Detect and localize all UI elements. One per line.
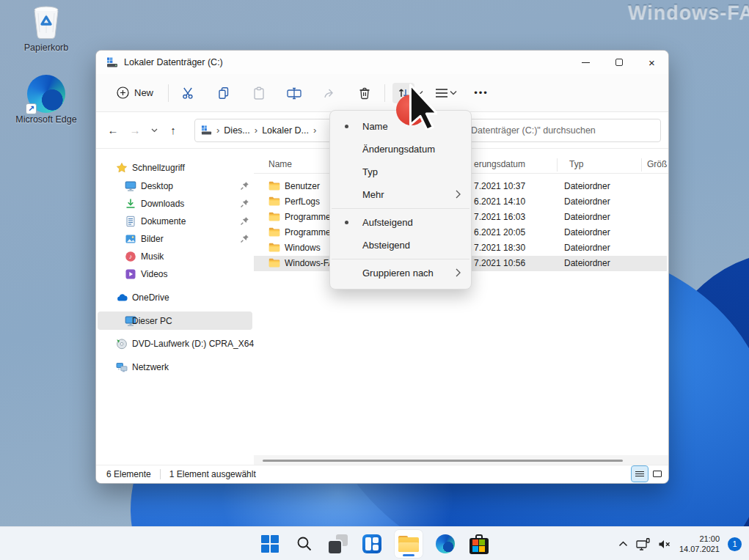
breadcrumb-item-dieser-pc[interactable]: Dies... <box>224 125 249 136</box>
sidebar-item-schnellzugriff[interactable]: Schnellzugriff <box>96 158 254 177</box>
menu-item-mehr[interactable]: Mehr <box>330 183 471 206</box>
volume-muted-icon[interactable] <box>658 539 671 550</box>
sidebar-item-desktop[interactable]: Desktop <box>96 177 254 195</box>
more-options-button[interactable]: ••• <box>469 81 494 106</box>
toolbar-separator <box>384 84 385 102</box>
folder-icon <box>268 212 280 221</box>
sidebar-item-dokumente[interactable]: Dokumente <box>96 212 254 230</box>
video-icon <box>125 268 136 280</box>
share-button[interactable] <box>317 81 342 106</box>
menu-item-aenderungsdatum[interactable]: Änderungsdatum <box>330 138 471 161</box>
toolbar-separator <box>168 84 169 102</box>
windows-logo-icon <box>261 535 279 553</box>
window-title: Lokaler Datenträger (C:) <box>124 57 223 67</box>
navigation-pane: Schnellzugriff Desktop Downloads Dokumen… <box>96 149 254 465</box>
chevron-down-icon <box>450 90 457 95</box>
paste-button[interactable] <box>246 81 271 106</box>
desktop-icon-recycle-bin[interactable]: Papierkorb <box>0 4 92 53</box>
column-separator[interactable] <box>557 158 558 172</box>
scrollbar-thumb[interactable] <box>263 460 623 462</box>
pin-icon <box>240 216 249 226</box>
notification-badge[interactable]: 1 <box>728 537 742 551</box>
recent-locations-button[interactable] <box>147 121 161 140</box>
status-divider <box>160 469 161 479</box>
copy-icon <box>216 86 231 100</box>
sidebar-item-bilder[interactable]: Bilder <box>96 229 254 248</box>
column-header-groesse[interactable]: Größ <box>647 159 667 169</box>
delete-button[interactable] <box>352 81 377 106</box>
menu-item-gruppieren-nach[interactable]: Gruppieren nach <box>330 262 471 284</box>
details-view-button[interactable] <box>632 466 648 482</box>
desktop-icon-label: Microsoft Edge <box>0 114 92 125</box>
sidebar-item-dieser-pc[interactable]: Dieser PC <box>98 312 252 330</box>
item-count: 6 Elemente <box>106 469 151 479</box>
copy-button[interactable] <box>211 81 236 106</box>
maximize-button[interactable] <box>602 51 635 74</box>
folder-icon <box>268 258 280 268</box>
plus-circle-icon <box>117 86 129 99</box>
file-explorer-button[interactable] <box>395 530 423 558</box>
menu-separator <box>332 208 470 209</box>
folder-icon <box>268 243 280 252</box>
onedrive-cloud-icon <box>116 292 128 303</box>
download-arrow-icon <box>125 198 136 210</box>
chevron-right-icon <box>456 190 461 199</box>
task-view-icon <box>329 534 348 553</box>
pin-icon <box>240 234 249 243</box>
folder-icon <box>398 536 419 552</box>
column-separator[interactable] <box>641 158 642 172</box>
new-button[interactable]: New <box>109 81 161 106</box>
task-view-button[interactable] <box>327 530 349 558</box>
forward-button[interactable]: → <box>125 121 145 140</box>
start-button[interactable] <box>260 530 282 558</box>
column-header-name[interactable]: Name <box>268 159 292 169</box>
desktop-icon-edge[interactable]: ↗ Microsoft Edge <box>0 75 92 125</box>
edge-button[interactable] <box>434 530 456 558</box>
titlebar: Lokaler Datenträger (C:) × <box>96 51 668 74</box>
rename-button[interactable] <box>282 81 307 106</box>
new-button-label: New <box>134 87 153 98</box>
column-header-typ[interactable]: Typ <box>569 159 583 169</box>
sort-dropdown-menu: Name Änderungsdatum Typ Mehr Aufsteigend… <box>329 110 472 290</box>
close-button[interactable]: × <box>635 51 668 74</box>
icons-view-button[interactable] <box>649 466 665 482</box>
view-button[interactable] <box>434 81 458 106</box>
document-icon <box>125 215 136 227</box>
edge-logo-icon <box>436 534 455 553</box>
trash-icon <box>357 86 372 100</box>
breadcrumb-separator: › <box>313 125 316 136</box>
clock[interactable]: 21:00 14.07.2021 <box>679 534 720 554</box>
breadcrumb-item-lokaler-datentraeger[interactable]: Lokaler D... <box>262 125 309 136</box>
back-button[interactable]: ← <box>103 121 123 140</box>
watermark: Windows-FAQ <box>628 1 749 24</box>
sidebar-item-downloads[interactable]: Downloads <box>96 194 254 213</box>
menu-item-typ[interactable]: Typ <box>330 161 471 183</box>
menu-item-aufsteigend[interactable]: Aufsteigend <box>330 211 471 234</box>
recycle-bin-icon <box>29 4 63 41</box>
mouse-cursor-icon <box>408 84 437 130</box>
network-icon[interactable] <box>636 538 650 550</box>
search-button[interactable] <box>293 530 315 558</box>
widgets-button[interactable] <box>361 530 383 558</box>
cut-button[interactable] <box>176 81 201 106</box>
chevron-right-icon <box>456 268 461 277</box>
desktop-icon-label: Papierkorb <box>0 43 92 53</box>
scissors-icon <box>181 86 196 100</box>
sidebar-item-videos[interactable]: Videos <box>96 265 254 283</box>
clock-date: 14.07.2021 <box>679 545 720 553</box>
up-button[interactable]: ↑ <box>164 121 183 140</box>
tray-chevron-up-icon[interactable] <box>618 541 628 547</box>
selection-count: 1 Element ausgewählt <box>169 469 256 479</box>
sidebar-item-dvd-laufwerk[interactable]: DVD-Laufwerk (D:) CPRA_X64FR <box>96 334 254 353</box>
sidebar-item-musik[interactable]: ♪ Musik <box>96 247 254 265</box>
horizontal-scrollbar[interactable] <box>254 455 668 465</box>
sidebar-item-netzwerk[interactable]: Netzwerk <box>96 358 254 376</box>
breadcrumb-separator: › <box>255 125 257 136</box>
store-bag-icon <box>470 534 489 554</box>
command-bar: New <box>96 74 668 112</box>
sidebar-item-onedrive[interactable]: OneDrive <box>96 288 254 306</box>
menu-item-absteigend[interactable]: Absteigend <box>330 234 471 257</box>
column-header-aenderungsdatum[interactable]: erungsdatum <box>474 159 525 169</box>
minimize-button[interactable] <box>569 51 602 74</box>
store-button[interactable] <box>468 530 490 558</box>
